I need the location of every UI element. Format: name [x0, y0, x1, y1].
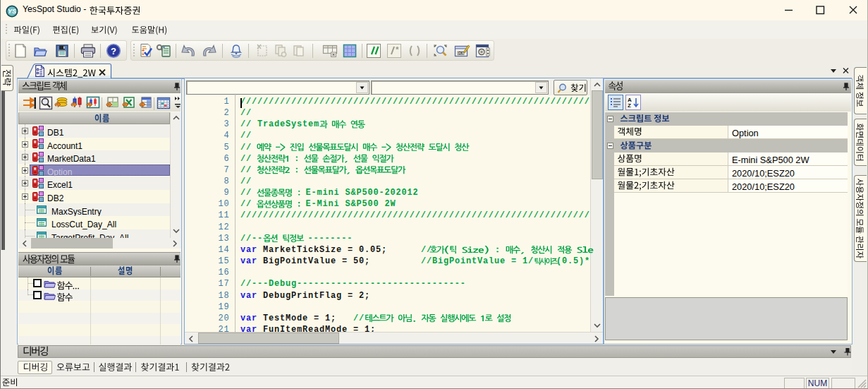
svg-text:÷: ÷	[142, 52, 145, 56]
svg-text:?: ?	[111, 46, 116, 56]
svg-text:*: *	[395, 46, 400, 54]
svg-text:OK: OK	[458, 52, 464, 55]
svg-text:YS: YS	[8, 8, 16, 15]
svg-text:Z: Z	[628, 102, 631, 109]
